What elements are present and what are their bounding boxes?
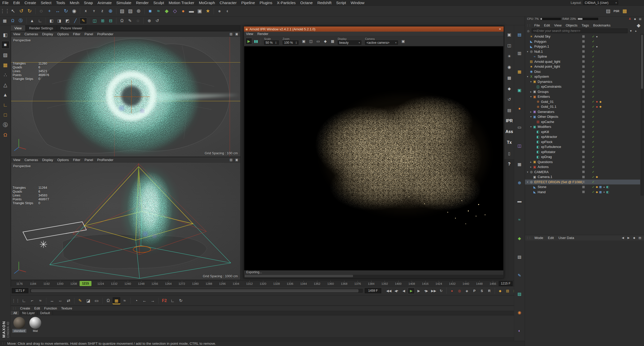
smooth-tool-icon[interactable]: ◌ (134, 17, 142, 24)
ipr-ab-compare-icon[interactable]: ◫ (308, 38, 314, 45)
palette-handle-icon[interactable]: ⋮⋮ (1, 7, 9, 15)
layer-square[interactable] (582, 126, 585, 128)
add-light-icon[interactable]: ★ (204, 7, 212, 15)
menu-mode[interactable]: Mode (532, 236, 546, 240)
expand-arrow-icon[interactable]: ▸ (529, 161, 532, 163)
layer-red-tag-icon[interactable]: ■ (595, 105, 599, 108)
layout-select[interactable]: C4DtoA_1 (User)▾ (583, 1, 618, 5)
knife-icon[interactable]: ╱ (72, 17, 79, 24)
menu-file[interactable]: File (532, 23, 542, 27)
enabled-check-icon[interactable]: ✓ (591, 95, 595, 99)
lock-tag-icon[interactable]: ◆ (595, 175, 599, 179)
menu-create[interactable]: Create (18, 306, 32, 310)
enable-axis-icon[interactable]: ∟ (1, 101, 10, 109)
scale-tool-icon[interactable]: ↔ (54, 7, 62, 15)
inset-icon[interactable]: ◩ (64, 17, 71, 24)
tab-no-layer[interactable]: No Layer (20, 311, 38, 315)
snap-settings-icon[interactable]: Ⓢ (17, 17, 24, 24)
coordinate-system-icon[interactable]: ⊕ (107, 7, 114, 15)
enabled-check-icon[interactable]: ✓ (591, 75, 595, 78)
menu-view[interactable]: View (11, 158, 22, 162)
menu-plugins[interactable]: Plugins (257, 1, 275, 5)
current-frame-marker[interactable]: 1215 (80, 281, 91, 286)
arnold-render-icon[interactable]: ▣ (505, 31, 513, 38)
enabled-check-icon[interactable]: ✓ (591, 110, 595, 113)
workplane-mode-icon[interactable]: ▦ (1, 61, 10, 69)
tree-item-arnold-sky[interactable]: ☀Arnold Sky✓● (525, 34, 640, 39)
arnold-ipr-button[interactable]: IPR (505, 117, 513, 125)
tree-item-null-1[interactable]: ▾◎Null.1✓ (525, 49, 640, 54)
add-deformer-icon[interactable]: ◇ (171, 7, 179, 15)
anim-palette-handle-icon[interactable]: ⋮⋮ (12, 297, 20, 304)
menu-edit[interactable]: Edit (11, 1, 22, 5)
ipr-snapshot-icon[interactable]: ▣ (300, 38, 307, 45)
tex-tag-icon[interactable]: ● (602, 185, 606, 189)
snap-keys-icon[interactable]: Ω (104, 297, 112, 304)
axis-center-icon[interactable]: ⊕ (146, 17, 153, 24)
ipr-play-button[interactable]: ▶ (245, 38, 252, 45)
tree-item-polygon-1[interactable]: ◣Polygon.1✓● (525, 44, 640, 49)
ipr-scale-field[interactable]: 50 %▴▾ (264, 40, 279, 45)
layer-square[interactable] (582, 75, 585, 78)
bodypaint-icon[interactable]: ✎ (516, 272, 523, 279)
menu-user-data[interactable]: User Data (556, 236, 577, 240)
redo-icon[interactable]: ↻ (26, 7, 33, 15)
layer-square[interactable] (582, 140, 585, 143)
bevel-icon[interactable]: ◨ (56, 17, 63, 24)
material-preview[interactable] (13, 317, 25, 329)
snap-enable-icon[interactable]: Ω (9, 17, 16, 24)
menu-pipeline[interactable]: Pipeline (239, 1, 257, 5)
menu-redshift[interactable]: Redshift (315, 1, 334, 5)
viewport-perspective-bottom[interactable]: ViewCamerasDisplayOptionsFilterPanelProR… (11, 157, 241, 280)
move-keys-icon[interactable]: ↔ (48, 297, 56, 304)
enabled-check-icon[interactable]: ✓ (591, 120, 595, 123)
render-picture-viewer-icon[interactable]: ▨ (126, 7, 134, 15)
tree-item-xpdrag[interactable]: ◧xpDrag✓ (525, 154, 640, 159)
edges-mode-icon[interactable]: △ (1, 81, 10, 89)
xparticles-emitter-icon[interactable]: ● (216, 7, 223, 15)
collapse-arrow-icon[interactable]: ▾ (529, 125, 532, 128)
tree-item-dynamics[interactable]: ▾▣Dynamics✓ (525, 79, 640, 84)
enabled-check-icon[interactable]: ✓ (591, 185, 595, 189)
ipr-render-canvas[interactable] (244, 46, 503, 270)
arnold-denoise-icon[interactable]: ▤ (505, 107, 513, 114)
points-mode-icon[interactable]: ∴ (1, 71, 10, 79)
tree-item-xpkill[interactable]: ◧xpKill✓ (525, 129, 640, 135)
object-manager-panel-icon[interactable]: ▤ (516, 31, 523, 38)
menu-options[interactable]: Options (55, 32, 71, 36)
goto-start-button[interactable]: ◀◀ (385, 288, 392, 294)
drag-handle-icon[interactable]: ⋮⋮ (12, 307, 17, 310)
drag-handle-icon[interactable]: ⋮⋮ (526, 236, 531, 239)
material-tag-icon[interactable]: ● (595, 45, 599, 48)
enabled-check-icon[interactable]: ✓ (591, 135, 595, 139)
ipr-lock-icon[interactable]: ◆ (322, 38, 329, 45)
menu-window[interactable]: Window (348, 1, 367, 5)
prev-key-button[interactable]: ◀• (393, 288, 400, 294)
key-parameter-toggle[interactable]: ◆ (497, 288, 504, 294)
timeline-ruler-track[interactable]: 1176118411921200120812161224123212401248… (11, 281, 498, 287)
tab-default[interactable]: Default (38, 311, 53, 315)
layer-square[interactable] (582, 136, 585, 138)
arnold-node-editor-icon[interactable]: ◫ (505, 42, 513, 49)
script-editor-icon[interactable]: ≈ (516, 216, 523, 223)
menu-script[interactable]: Script (334, 1, 348, 5)
xp-tag-icon[interactable]: ◧ (606, 190, 609, 194)
tree-item-other-objects[interactable]: ▾▣Other Objects✓ (525, 114, 640, 119)
stepper-icon[interactable]: ▴▾ (296, 41, 297, 44)
arnold-help-button[interactable]: ? (505, 161, 513, 168)
snap-mode-icon[interactable]: Ⓢ (1, 121, 10, 129)
am-menu-icon[interactable]: ▤ (637, 236, 642, 240)
extrude-icon[interactable]: ◧ (48, 17, 55, 24)
menu-texture[interactable]: Texture (59, 306, 74, 310)
auto-tangent-icon[interactable]: ≈ (121, 297, 129, 304)
xp-emitter-tool-icon[interactable]: ◫ (91, 17, 98, 24)
enabled-check-icon[interactable]: ✓ (591, 45, 595, 48)
add-cube-icon[interactable]: ■ (146, 7, 154, 15)
scrollbar-thumb[interactable] (31, 289, 358, 292)
polygons-mode-icon[interactable]: ▲ (1, 91, 10, 99)
prev-frame-button[interactable]: ◀ (400, 288, 407, 294)
object-tree-scrollbar[interactable] (641, 34, 643, 196)
drag-handle-icon[interactable]: ⋮⋮ (526, 24, 531, 27)
ipr-camera-select[interactable]: <active camera>▾ (365, 40, 398, 45)
render-queue-icon[interactable]: ▧ (516, 253, 523, 260)
